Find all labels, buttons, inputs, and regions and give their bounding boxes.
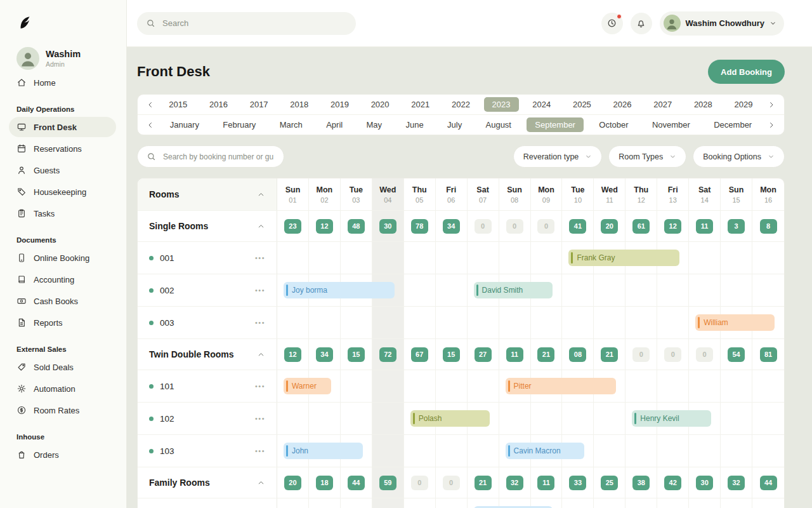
sidebar-item-room-rates[interactable]: Room Rates bbox=[9, 400, 116, 420]
booking-bar-warner[interactable]: Warner bbox=[284, 378, 331, 394]
prev-year-button[interactable] bbox=[143, 97, 158, 112]
sidebar-item-accounting[interactable]: Accounting bbox=[9, 269, 116, 290]
month-option-may[interactable]: May bbox=[358, 117, 391, 132]
booking-bar-polash[interactable]: Polash bbox=[410, 410, 490, 427]
filter-dropdown-booking-options[interactable]: Booking Options bbox=[693, 145, 785, 168]
year-option-2018[interactable]: 2018 bbox=[282, 97, 317, 112]
room-group-row-twin-double-rooms: Twin Double Rooms 1234157267152711210821… bbox=[138, 338, 784, 370]
month-option-august[interactable]: August bbox=[478, 117, 520, 132]
day-header-tue-10: Tue10 bbox=[562, 178, 594, 210]
day-cell: 48 bbox=[341, 211, 372, 241]
room-menu-button[interactable]: ••• bbox=[255, 319, 265, 326]
sidebar-item-reports[interactable]: Reports bbox=[9, 312, 116, 333]
collapse-group-button[interactable] bbox=[257, 222, 265, 231]
month-option-october[interactable]: October bbox=[591, 117, 636, 132]
year-option-2027[interactable]: 2027 bbox=[645, 97, 680, 112]
month-option-june[interactable]: June bbox=[397, 117, 431, 132]
sidebar-item-front-desk[interactable]: Front Desk bbox=[9, 117, 116, 137]
room-menu-button[interactable]: ••• bbox=[255, 286, 265, 294]
booking-bar-frank-gray[interactable]: Frank Gray bbox=[568, 250, 679, 266]
notifications-button[interactable] bbox=[631, 13, 652, 34]
availability-badge: 11 bbox=[537, 476, 554, 490]
year-option-2025[interactable]: 2025 bbox=[565, 97, 599, 112]
sidebar-item-tasks[interactable]: Tasks bbox=[9, 203, 116, 224]
sidebar-item-guests[interactable]: Guests bbox=[9, 160, 116, 180]
year-option-2016[interactable]: 2016 bbox=[201, 97, 236, 112]
booking-bar-david-smith[interactable]: David Smith bbox=[474, 282, 553, 298]
room-menu-button[interactable]: ••• bbox=[255, 254, 265, 262]
room-row-001: 001 ••• Frank Gray bbox=[138, 241, 784, 274]
booking-search[interactable] bbox=[137, 145, 284, 168]
availability-badge: 30 bbox=[379, 219, 396, 234]
booking-bars-layer: JohnCavin Macron bbox=[277, 435, 784, 467]
booking-bar-cavin-macron[interactable]: Cavin Macron bbox=[506, 443, 585, 459]
sidebar-item-orders[interactable]: Orders bbox=[9, 444, 116, 465]
year-option-2026[interactable]: 2026 bbox=[605, 97, 640, 112]
month-option-december[interactable]: December bbox=[705, 117, 760, 132]
year-option-2024[interactable]: 2024 bbox=[524, 97, 559, 112]
global-search-input[interactable] bbox=[161, 18, 347, 29]
booking-bar-john[interactable]: John bbox=[284, 443, 363, 459]
day-header-mon-09: Mon09 bbox=[531, 178, 563, 210]
year-option-2015[interactable]: 2015 bbox=[160, 97, 195, 112]
profile-name: Washim bbox=[46, 49, 81, 59]
booking-bar-henry-kevil[interactable]: Henry Kevil bbox=[632, 410, 711, 427]
booking-bar-joy-borma[interactable]: Joy borma bbox=[284, 282, 395, 298]
app-logo[interactable] bbox=[16, 14, 33, 30]
day-cell: 20 bbox=[594, 211, 625, 241]
room-menu-button[interactable]: ••• bbox=[255, 415, 265, 422]
sidebar-item-housekeeping[interactable]: Housekeeping bbox=[9, 182, 116, 202]
year-option-2022[interactable]: 2022 bbox=[443, 97, 478, 112]
day-cell: 32 bbox=[499, 467, 531, 498]
filter-dropdown-reveration-type[interactable]: Reveration type bbox=[513, 145, 603, 168]
global-search[interactable] bbox=[137, 12, 356, 35]
room-menu-button[interactable]: ••• bbox=[255, 382, 265, 390]
month-list: JanuaryFebruaryMarchAprilMayJuneJulyAugu… bbox=[158, 117, 764, 132]
year-option-2023[interactable]: 2023 bbox=[484, 97, 519, 112]
year-option-2029[interactable]: 2029 bbox=[726, 97, 761, 112]
day-cell: 78 bbox=[404, 211, 436, 241]
sidebar-item-reservations[interactable]: Reservations bbox=[9, 138, 116, 159]
day-cell: 12 bbox=[277, 339, 309, 370]
nav-section-title-external-sales: External Sales bbox=[16, 345, 116, 353]
history-button[interactable] bbox=[601, 13, 623, 34]
year-option-2028[interactable]: 2028 bbox=[686, 97, 721, 112]
year-option-2021[interactable]: 2021 bbox=[403, 97, 438, 112]
room-menu-button[interactable]: ••• bbox=[255, 447, 265, 455]
month-option-november[interactable]: November bbox=[644, 117, 698, 132]
user-menu[interactable]: Washim Chowdhury bbox=[660, 11, 784, 36]
year-option-2019[interactable]: 2019 bbox=[322, 97, 357, 112]
sidebar-item-label: Housekeeping bbox=[34, 187, 86, 197]
day-cell: 33 bbox=[562, 467, 594, 498]
prev-month-button[interactable] bbox=[143, 117, 158, 133]
sidebar-item-label: Front Desk bbox=[34, 123, 77, 132]
room-row-003: 003 ••• William bbox=[138, 306, 784, 338]
booking-bar-william[interactable]: William bbox=[695, 314, 775, 331]
booking-bar-pitter[interactable]: Pitter bbox=[506, 378, 617, 394]
month-option-july[interactable]: July bbox=[439, 117, 470, 132]
add-booking-button[interactable]: Add Booking bbox=[708, 60, 785, 84]
next-month-button[interactable] bbox=[764, 117, 779, 133]
sidebar-item-sold-deals[interactable]: Sold Deals bbox=[9, 357, 116, 377]
next-year-button[interactable] bbox=[764, 97, 779, 112]
app-root: Washim Admin HomeDaily OperationsFront D… bbox=[0, 0, 812, 508]
booking-search-input[interactable] bbox=[162, 152, 275, 162]
availability-badge: 8 bbox=[760, 219, 777, 234]
filter-dropdown-room-types[interactable]: Room Types bbox=[608, 145, 686, 168]
year-option-2017[interactable]: 2017 bbox=[242, 97, 277, 112]
sidebar-item-online-booking[interactable]: Online Booking bbox=[9, 248, 116, 268]
collapse-group-button[interactable] bbox=[257, 351, 265, 359]
sidebar-item-cash-books[interactable]: Cash Books bbox=[9, 291, 116, 311]
year-option-2020[interactable]: 2020 bbox=[363, 97, 398, 112]
room-status-dot bbox=[149, 449, 154, 453]
month-option-september[interactable]: September bbox=[527, 117, 584, 132]
month-option-february[interactable]: February bbox=[214, 117, 264, 132]
rooms-header[interactable]: Rooms bbox=[138, 178, 277, 210]
nav-section-title-inhouse: Inhouse bbox=[16, 433, 116, 441]
month-option-april[interactable]: April bbox=[318, 117, 351, 132]
month-option-march[interactable]: March bbox=[272, 117, 311, 132]
collapse-group-button[interactable] bbox=[257, 479, 265, 487]
sidebar-item-home[interactable]: Home bbox=[9, 72, 116, 93]
month-option-january[interactable]: January bbox=[162, 117, 207, 132]
sidebar-item-automation[interactable]: Automation bbox=[9, 378, 116, 399]
